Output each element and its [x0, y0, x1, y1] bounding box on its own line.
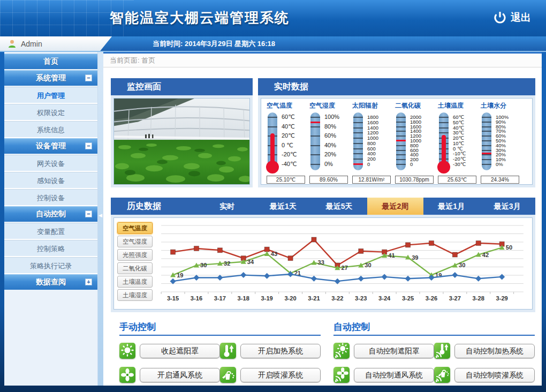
- fan-wifi-icon[interactable]: [333, 367, 350, 383]
- control-item: 开启喷灌系统: [220, 367, 321, 383]
- sidebar-item-label: 网关设备: [37, 160, 65, 168]
- sidebar-item-自动控制[interactable]: 自动控制−: [4, 206, 97, 222]
- svg-text:3-16: 3-16: [191, 295, 202, 301]
- sidebar-item-系统信息[interactable]: 系统信息: [4, 121, 97, 138]
- control-button-自动控制通风系统[interactable]: 自动控制通风系统: [354, 368, 434, 382]
- sprinkler-wifi-icon[interactable]: [434, 367, 450, 383]
- sidebar-item-首页[interactable]: 首页: [4, 54, 97, 69]
- tab-最近5天[interactable]: 最近5天: [311, 198, 367, 215]
- metric-button-空气温度[interactable]: 空气温度: [117, 222, 153, 234]
- realtime-panel-body: 空气温度60℃40℃20℃0 ℃-20℃-40℃25.10℃空气湿度100%80…: [258, 95, 535, 187]
- tab-实时[interactable]: 实时: [199, 198, 255, 215]
- gauge-name: 空气湿度: [309, 101, 352, 110]
- control-button-自动控制遮阳罩[interactable]: 自动控制遮阳罩: [354, 344, 434, 358]
- gauge-tick-label: 20℃: [282, 132, 295, 139]
- metric-button-空气湿度[interactable]: 空气湿度: [117, 236, 153, 247]
- svg-text:30: 30: [365, 262, 371, 268]
- svg-text:50: 50: [506, 244, 512, 251]
- admin-username: Admin: [21, 40, 42, 48]
- avatar: [7, 39, 17, 48]
- sun-wifi-icon[interactable]: [333, 343, 350, 359]
- sidebar: 首页系统管理−用户管理权限设定系统信息设备管理−网关设备感知设备控制设备自动控制…: [4, 52, 98, 386]
- logout-button[interactable]: 退出: [494, 11, 531, 25]
- manual-control-buttons: 收起遮阳罩开启加热系统开启通风系统开启喷灌系统: [119, 343, 321, 383]
- realtime-panel: 实时数据 空气温度60℃40℃20℃0 ℃-20℃-40℃25.10℃空气湿度1…: [258, 78, 535, 187]
- fan-icon[interactable]: [119, 367, 135, 383]
- expand-icon[interactable]: +: [85, 278, 92, 285]
- tab-最近1月[interactable]: 最近1月: [423, 198, 480, 215]
- gauge-tick-label: 100%: [324, 114, 339, 120]
- control-button-开启加热系统[interactable]: 开启加热系统: [240, 344, 321, 358]
- thermometer-icon[interactable]: [220, 343, 236, 359]
- svg-text:3-18: 3-18: [238, 295, 249, 301]
- sidebar-item-label: 设备管理: [36, 141, 66, 150]
- sidebar-item-用户管理[interactable]: 用户管理: [4, 87, 97, 104]
- gauge-tick: [396, 159, 406, 160]
- gauge-tick: [482, 145, 491, 146]
- control-button-自动控制加热系统[interactable]: 自动控制加热系统: [454, 344, 535, 358]
- metric-button-土壤湿度[interactable]: 土壤湿度: [117, 289, 153, 301]
- gauges: 空气温度60℃40℃20℃0 ℃-20℃-40℃25.10℃空气湿度100%80…: [261, 99, 532, 184]
- metric-button-二氧化碳[interactable]: 二氧化碳: [117, 262, 153, 274]
- control-button-开启喷灌系统[interactable]: 开启喷灌系统: [240, 368, 321, 382]
- tab-最近3月[interactable]: 最近3月: [479, 198, 535, 215]
- gauge-tube: [396, 112, 406, 170]
- gauge-tick-label: -30℃: [453, 161, 466, 167]
- gauge-tick: [482, 154, 491, 155]
- metric-button-光照强度[interactable]: 光照强度: [117, 249, 153, 261]
- control-button-收起遮阳罩[interactable]: 收起遮阳罩: [140, 344, 220, 358]
- collapse-icon[interactable]: −: [85, 142, 92, 149]
- gauge-tick: [353, 148, 363, 149]
- sidebar-item-策略执行记录[interactable]: 策略执行记录: [4, 257, 97, 274]
- sidebar-item-设备管理[interactable]: 设备管理−: [4, 138, 97, 154]
- gauge-tube: [268, 112, 277, 170]
- sprinkler-icon[interactable]: [220, 367, 236, 383]
- svg-text:33: 33: [318, 260, 324, 266]
- gauge-太阳辐射: 太阳辐射18001600140012001000800600400200012.…: [352, 101, 395, 184]
- sidebar-collapse-handle[interactable]: ◀: [98, 213, 102, 218]
- svg-text:3-28: 3-28: [473, 295, 484, 301]
- gauge-tick: [310, 135, 320, 137]
- main-area: 首页系统管理−用户管理权限设定系统信息设备管理−网关设备感知设备控制设备自动控制…: [4, 52, 542, 386]
- auto-control-title: 自动控制: [333, 321, 535, 336]
- gauge-name: 二氧化碳: [395, 101, 438, 110]
- svg-text:30: 30: [200, 262, 207, 268]
- app-title: 智能温室大棚云端管理系统: [110, 9, 290, 27]
- sidebar-item-控制设备[interactable]: 控制设备: [4, 189, 97, 206]
- tab-最近1天[interactable]: 最近1天: [255, 198, 312, 215]
- gauge-bulb: [266, 161, 279, 174]
- sidebar-item-变量配置[interactable]: 变量配置: [4, 223, 97, 240]
- gauge-tick: [310, 126, 320, 127]
- sidebar-item-label: 首页: [43, 57, 58, 65]
- gauge-bulb: [437, 161, 450, 174]
- sidebar-item-label: 系统信息: [37, 126, 65, 134]
- svg-text:3-25: 3-25: [402, 295, 414, 301]
- gauge-二氧化碳: 二氧化碳200018001600140012001000800600400200…: [395, 101, 438, 184]
- gauge-tube: [310, 112, 320, 170]
- collapse-icon[interactable]: −: [85, 74, 92, 81]
- sidebar-item-系统管理[interactable]: 系统管理−: [4, 70, 97, 86]
- metric-button-土壤温度[interactable]: 土壤温度: [117, 276, 153, 288]
- thermometer-wifi-icon[interactable]: [434, 343, 450, 359]
- sidebar-item-数据查阅[interactable]: 数据查阅+: [4, 274, 97, 290]
- svg-text:3-27: 3-27: [449, 295, 461, 301]
- gauge-tick-label: 0: [367, 161, 370, 167]
- gauge-tube: [482, 112, 491, 170]
- tab-最近2周[interactable]: 最近2周: [367, 198, 423, 215]
- gauge-marker: [482, 153, 491, 154]
- svg-text:32: 32: [224, 260, 230, 267]
- sidebar-item-权限设定[interactable]: 权限设定: [4, 104, 97, 121]
- sidebar-item-控制策略[interactable]: 控制策略: [4, 240, 97, 257]
- admin-info: Admin: [0, 36, 167, 51]
- sidebar-item-网关设备[interactable]: 网关设备: [4, 155, 97, 172]
- manual-control-title: 手动控制: [119, 321, 321, 336]
- sidebar-item-感知设备[interactable]: 感知设备: [4, 172, 97, 189]
- svg-text:30: 30: [459, 262, 465, 268]
- control-button-自动控制喷灌系统[interactable]: 自动控制喷灌系统: [454, 368, 535, 382]
- gauge-tick: [353, 132, 363, 133]
- collapse-icon[interactable]: −: [85, 210, 92, 217]
- gauge-name: 空气温度: [267, 101, 309, 110]
- control-item: 收起遮阳罩: [119, 343, 220, 359]
- control-button-开启通风系统[interactable]: 开启通风系统: [140, 368, 220, 382]
- sun-icon[interactable]: [119, 343, 135, 359]
